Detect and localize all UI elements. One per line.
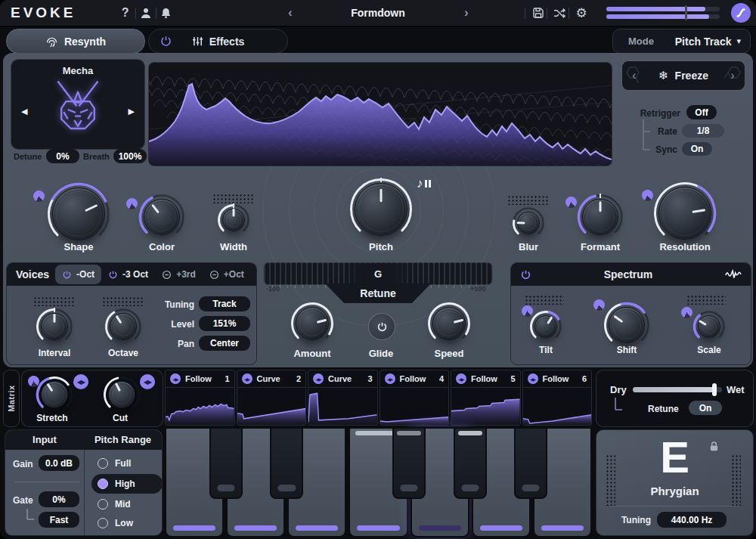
scale-knob-label: Scale <box>697 345 720 355</box>
lane-arrows-icon[interactable]: ◀▶ <box>528 373 538 384</box>
shape-knob[interactable] <box>46 181 111 246</box>
voice-tab-plus-3rd[interactable]: +3rd <box>155 265 203 284</box>
voice-tab-plus-oct[interactable]: +Oct <box>203 265 251 284</box>
mod-lane-4[interactable]: ◀▶Follow4 <box>380 370 450 426</box>
sync-value[interactable]: On <box>682 142 712 156</box>
save-icon[interactable] <box>528 5 548 21</box>
lane-envelope[interactable] <box>523 388 592 425</box>
freeze-prev-icon[interactable]: ‹ <box>632 68 637 83</box>
radio-icon[interactable] <box>98 499 108 510</box>
detune-value[interactable]: 0% <box>46 149 79 163</box>
lane-envelope[interactable] <box>166 388 234 425</box>
preset-prev-arrow-icon[interactable]: ◀ <box>21 107 27 116</box>
mod-lane-1[interactable]: ◀▶Follow1 <box>165 370 235 426</box>
preset-next-icon[interactable]: › <box>464 5 469 20</box>
lane-envelope[interactable] <box>308 388 377 425</box>
mix-panel: Dry Wet Retune On <box>596 370 754 427</box>
pan-value[interactable]: Center <box>199 336 250 351</box>
lane-arrows-icon[interactable]: ◀▶ <box>385 373 395 384</box>
lane-arrows-icon[interactable]: ◀▶ <box>242 373 253 384</box>
tuning-value[interactable]: Track <box>199 296 250 311</box>
settings-gear-icon[interactable]: ⚙ <box>572 5 591 21</box>
mod-lane-5[interactable]: ◀▶Follow5 <box>451 370 521 426</box>
cut-assign-arrows-icon[interactable]: ◀▶ <box>140 374 155 389</box>
amount-knob[interactable] <box>290 301 335 346</box>
freeze-next-icon[interactable]: › <box>730 68 735 83</box>
color-knob[interactable] <box>138 193 186 241</box>
mode-selector[interactable]: Mode Pitch Track ▾ <box>612 29 751 54</box>
stretch-assign-arrows-icon[interactable]: ◀▶ <box>73 374 88 389</box>
gate-value[interactable]: 0% <box>39 491 79 507</box>
key-g-sharp[interactable] <box>454 427 487 499</box>
dry-wet-slider[interactable] <box>633 387 722 392</box>
key-tuning-value[interactable]: 440.00 Hz <box>657 512 727 528</box>
blur-knob[interactable] <box>511 206 546 240</box>
key-f-sharp[interactable] <box>392 427 426 499</box>
meter-handle[interactable] <box>685 5 687 20</box>
spectrum-power-icon[interactable] <box>520 269 531 280</box>
interval-knob[interactable] <box>35 307 74 346</box>
tab-resynth[interactable]: Resynth <box>6 29 145 54</box>
lane-arrows-icon[interactable]: ◀▶ <box>313 373 324 384</box>
key-d-sharp[interactable] <box>270 427 303 499</box>
lane-envelope[interactable] <box>451 388 520 425</box>
speed-knob[interactable] <box>426 301 472 346</box>
lane-type: Curve <box>328 374 363 383</box>
preset-next-arrow-icon[interactable]: ▶ <box>129 107 135 116</box>
rate-value[interactable]: 1/8 <box>682 124 724 138</box>
level-value[interactable]: 151% <box>199 316 250 331</box>
voice-tab-minus-oct[interactable]: -Oct <box>55 265 101 284</box>
effects-power-icon[interactable] <box>160 35 172 48</box>
lane-arrows-icon[interactable]: ◀▶ <box>170 373 181 384</box>
matrix-side-tab[interactable]: Matrix <box>3 370 20 427</box>
key-c-sharp[interactable] <box>209 427 243 499</box>
lane-envelope[interactable] <box>237 388 306 425</box>
breath-value[interactable]: 100% <box>113 149 147 163</box>
shift-knob[interactable] <box>603 301 651 349</box>
tab-effects[interactable]: Effects <box>148 29 288 54</box>
key-scale[interactable]: Phrygian <box>596 485 753 497</box>
width-knob[interactable] <box>216 203 251 237</box>
mod-lane-6[interactable]: ◀▶Follow6 <box>522 370 593 426</box>
glide-power-button[interactable] <box>368 313 395 340</box>
resolution-knob[interactable] <box>652 181 717 246</box>
key-note[interactable]: E <box>596 432 753 482</box>
mix-retune-value[interactable]: On <box>689 401 722 415</box>
pitch-range-option-low[interactable]: Low <box>91 513 163 533</box>
pitch-range-option-full[interactable]: Full <box>91 454 163 473</box>
brand-avatar[interactable] <box>731 3 751 23</box>
preset-prev-icon[interactable]: ‹ <box>288 5 293 20</box>
account-icon[interactable] <box>136 5 156 21</box>
gate-speed-value[interactable]: Fast <box>39 512 79 528</box>
mod-indicator-scale <box>681 307 692 318</box>
help-icon[interactable]: ? <box>116 5 135 21</box>
key-a-sharp[interactable] <box>514 427 547 499</box>
freeze-button[interactable]: ‹ ❄ Freeze › <box>621 60 745 91</box>
formant-knob[interactable] <box>576 193 624 241</box>
pitch-knob[interactable] <box>349 177 414 242</box>
notifications-bell-icon[interactable] <box>156 5 176 21</box>
retune-tuner-strip[interactable]: G <box>263 262 493 285</box>
gain-value[interactable]: 0.0 dB <box>39 455 79 471</box>
retrigger-value[interactable]: Off <box>686 105 717 119</box>
pitch-range-option-high[interactable]: High <box>91 474 163 494</box>
input-panel: Input Pitch Range Gain 0.0 dB Gate 0% Fa… <box>5 429 163 536</box>
radio-icon[interactable] <box>98 518 108 528</box>
slider-handle[interactable] <box>712 383 717 396</box>
pitch-range-option-mid[interactable]: Mid <box>91 494 163 514</box>
voice-tab-minus-3oct[interactable]: -3 Oct <box>101 265 155 284</box>
preset-name[interactable]: Formdown <box>351 7 405 19</box>
radio-icon[interactable] <box>98 458 108 469</box>
amount-knob-label: Amount <box>293 348 330 359</box>
cut-knob[interactable] <box>102 375 141 414</box>
scale-knob[interactable] <box>692 309 727 344</box>
lane-envelope[interactable] <box>380 388 449 425</box>
octave-knob[interactable] <box>104 307 143 346</box>
mod-lane-2[interactable]: ◀▶Curve2 <box>237 370 307 426</box>
mod-lane-3[interactable]: ◀▶Curve3 <box>308 370 378 426</box>
randomize-shuffle-icon[interactable] <box>550 5 569 21</box>
stretch-knob[interactable] <box>35 375 74 414</box>
radio-icon[interactable] <box>98 479 108 489</box>
tilt-knob[interactable] <box>528 309 563 344</box>
lane-arrows-icon[interactable]: ◀▶ <box>456 373 466 384</box>
